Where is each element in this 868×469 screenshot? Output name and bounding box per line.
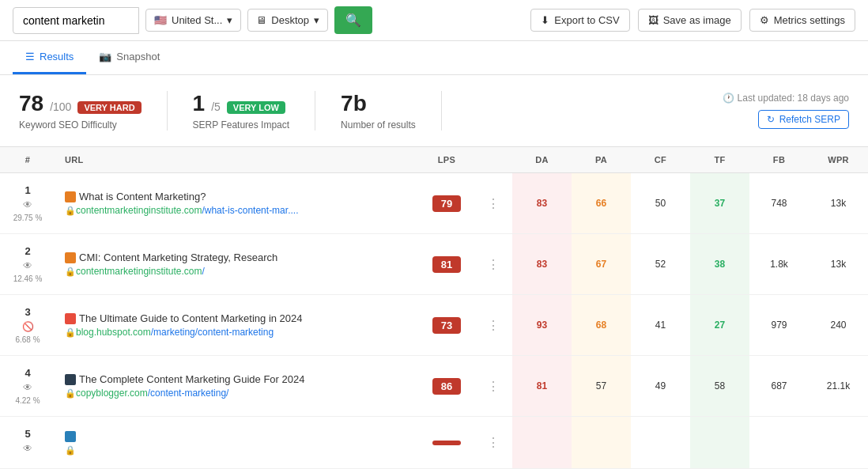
serp-impact-label: SERP Features Impact [193, 119, 290, 130]
row-number: 3 [25, 306, 30, 318]
search-button[interactable]: 🔍 [334, 6, 372, 34]
seo-difficulty-badge: VERY HARD [77, 101, 141, 114]
eye-icon[interactable]: 👁 [23, 382, 32, 393]
device-selector[interactable]: 🖥 Desktop ▾ [247, 9, 328, 32]
country-selector[interactable]: 🇺🇸 United St... ▾ [145, 9, 241, 32]
cell-pa: 67 [572, 234, 631, 295]
cell-pa: 57 [572, 356, 631, 417]
col-menu [474, 147, 512, 173]
row-menu-button[interactable]: ⋮ [484, 433, 503, 452]
tab-snapshot[interactable]: 📷 Snapshot [86, 41, 172, 74]
serp-impact-metric: 1 /5 VERY LOW SERP Features Impact [193, 91, 316, 130]
metrics-settings-label: Metrics settings [774, 14, 845, 26]
eye-icon[interactable]: 👁 [23, 443, 32, 454]
row-menu-button[interactable]: ⋮ [484, 255, 503, 274]
metric-actions: 🕐 Last updated: 18 days ago ↻ Refetch SE… [723, 91, 849, 130]
seo-difficulty-value: 78 [19, 91, 43, 116]
table-header-row: # URL LPS DA PA CF TF FB WPR [0, 147, 868, 173]
cell-da [512, 417, 572, 469]
cell-tf: 38 [690, 234, 749, 295]
site-favicon [65, 431, 76, 442]
table-row: 2 👁 12.46 % CMI: Content Marketing Strat… [0, 234, 868, 295]
row-number: 4 [25, 367, 30, 379]
num-results-label: Number of results [341, 119, 416, 130]
header-actions: ⬇ Export to CSV 🖼 Save as image ⚙ Metric… [530, 9, 855, 32]
refetch-serp-button[interactable]: ↻ Refetch SERP [758, 110, 849, 129]
url-title: The Complete Content Marketing Guide For… [65, 373, 409, 386]
row-number: 2 [25, 245, 30, 257]
header: 🇺🇸 United St... ▾ 🖥 Desktop ▾ 🔍 ⬇ Export… [0, 0, 868, 41]
lps-badge: 81 [432, 256, 461, 273]
row-menu-button[interactable]: ⋮ [484, 376, 503, 396]
url-link[interactable]: 🔒contentmarketinginstitute.com/what-is-c… [65, 205, 409, 216]
row-menu-button[interactable]: ⋮ [484, 194, 503, 214]
country-chevron-icon: ▾ [227, 14, 232, 26]
num-results-metric: 7b Number of results [341, 91, 442, 130]
cell-fb: 748 [749, 173, 809, 234]
eye-icon[interactable]: 👁 [23, 199, 32, 210]
cell-num: 2 👁 12.46 % [0, 234, 55, 295]
cell-cf [631, 417, 690, 469]
cell-tf: 37 [690, 173, 749, 234]
cell-da: 81 [512, 356, 572, 417]
cell-menu: ⋮ [474, 356, 512, 417]
col-tf: TF [690, 147, 749, 173]
url-link[interactable]: 🔒 [65, 444, 409, 456]
monitor-icon: 🖥 [256, 14, 266, 26]
url-link[interactable]: 🔒copyblogger.com/content-marketing/ [65, 388, 409, 399]
site-favicon [65, 374, 76, 385]
tab-results-label: Results [40, 51, 74, 62]
num-results-value: 7b [341, 91, 367, 116]
table-row: 5 👁 🔒 ⋮ [0, 417, 868, 469]
col-pa: PA [572, 147, 631, 173]
cell-lps: 86 [419, 356, 474, 417]
url-title: What is Content Marketing? [65, 191, 409, 203]
tab-results[interactable]: ☰ Results [13, 41, 86, 74]
cell-da: 83 [512, 234, 572, 295]
seo-difficulty-metric: 78 /100 VERY HARD Keyword SEO Difficulty [19, 91, 168, 130]
search-icon: 🔍 [345, 13, 361, 27]
cell-num: 5 👁 [0, 417, 55, 469]
col-lps: LPS [419, 147, 474, 173]
cell-url: The Ultimate Guide to Content Marketing … [55, 295, 419, 356]
cell-lps: 81 [419, 234, 474, 295]
refetch-label: Refetch SERP [779, 114, 840, 125]
site-favicon [65, 191, 76, 202]
lps-badge: 86 [432, 378, 461, 395]
row-pct: 12.46 % [13, 274, 43, 283]
col-wpr: WPR [809, 147, 868, 173]
cell-menu: ⋮ [474, 295, 512, 356]
export-csv-button[interactable]: ⬇ Export to CSV [530, 9, 629, 32]
url-link[interactable]: 🔒blog.hubspot.com/marketing/content-mark… [65, 327, 409, 338]
eye-icon[interactable]: 👁 [23, 260, 32, 271]
results-table: # URL LPS DA PA CF TF FB WPR 1 👁 29.75 %… [0, 147, 868, 469]
metrics-settings-button[interactable]: ⚙ Metrics settings [749, 9, 855, 32]
url-link[interactable]: 🔒contentmarketinginstitute.com/ [65, 266, 409, 277]
row-menu-button[interactable]: ⋮ [484, 316, 503, 335]
save-image-button[interactable]: 🖼 Save as image [638, 9, 742, 32]
seo-difficulty-max: /100 [50, 100, 71, 113]
gear-icon: ⚙ [760, 14, 769, 26]
cell-menu: ⋮ [474, 173, 512, 234]
cell-da: 83 [512, 173, 572, 234]
cell-wpr: 13k [809, 173, 868, 234]
cell-menu: ⋮ [474, 417, 512, 469]
cell-lps [419, 417, 474, 469]
row-number: 5 [25, 428, 30, 440]
results-table-container: # URL LPS DA PA CF TF FB WPR 1 👁 29.75 %… [0, 147, 868, 469]
serp-impact-max: /5 [211, 100, 221, 113]
table-row: 4 👁 4.22 % The Complete Content Marketin… [0, 356, 868, 417]
refresh-icon: ↻ [767, 114, 775, 125]
eye-icon[interactable]: 🚫 [22, 321, 34, 332]
cell-pa: 66 [572, 173, 631, 234]
cell-cf: 50 [631, 173, 690, 234]
camera-icon: 📷 [99, 51, 111, 62]
url-title: CMI: Content Marketing Strategy, Researc… [65, 252, 409, 264]
cell-num: 1 👁 29.75 % [0, 173, 55, 234]
tabs-bar: ☰ Results 📷 Snapshot [0, 41, 868, 75]
country-flag: 🇺🇸 [154, 14, 167, 26]
table-row: 3 🚫 6.68 % The Ultimate Guide to Content… [0, 295, 868, 356]
cell-url: 🔒 [55, 417, 419, 469]
search-input[interactable] [13, 7, 139, 34]
image-icon: 🖼 [648, 14, 659, 26]
